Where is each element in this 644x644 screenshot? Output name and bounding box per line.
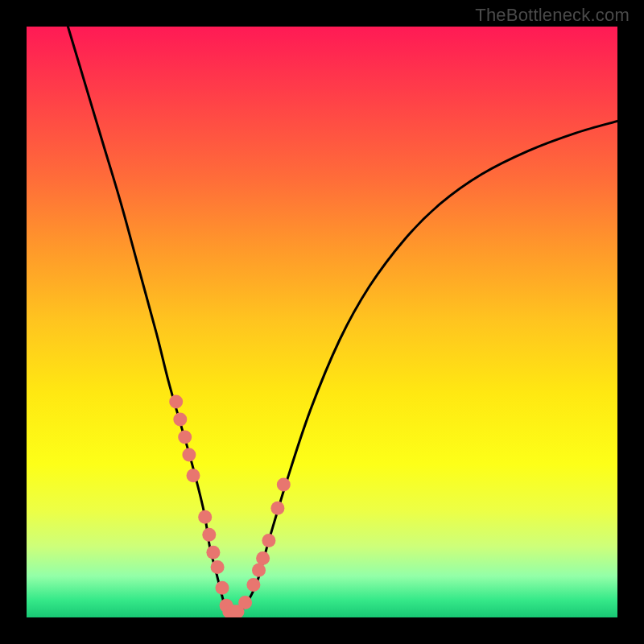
data-point bbox=[211, 560, 225, 574]
data-point bbox=[246, 578, 260, 592]
data-point bbox=[262, 534, 275, 547]
data-point bbox=[198, 510, 212, 524]
data-point bbox=[206, 546, 220, 559]
data-point bbox=[216, 581, 229, 595]
data-point bbox=[270, 502, 284, 515]
data-point bbox=[252, 564, 266, 577]
data-point bbox=[169, 395, 183, 409]
chart-frame: TheBottleneck.com bbox=[0, 0, 644, 644]
watermark-text: TheBottleneck.com bbox=[475, 5, 630, 26]
data-point bbox=[187, 469, 200, 482]
curve-layer bbox=[27, 27, 617, 617]
data-point bbox=[178, 431, 192, 444]
data-point bbox=[277, 477, 291, 491]
data-point bbox=[202, 528, 216, 542]
dot-group bbox=[169, 395, 291, 617]
bottleneck-curve bbox=[68, 27, 617, 616]
plot-area bbox=[27, 27, 617, 617]
data-point bbox=[173, 413, 187, 427]
data-point bbox=[238, 596, 252, 609]
data-point bbox=[182, 448, 196, 462]
data-point bbox=[256, 551, 270, 565]
